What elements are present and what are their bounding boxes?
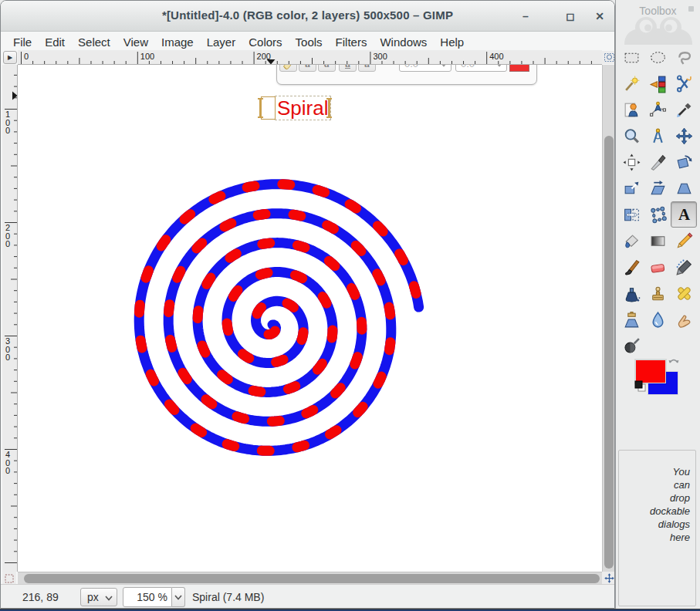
pencil-icon xyxy=(675,231,694,251)
menu-view[interactable]: View xyxy=(117,34,154,50)
text-handle-left[interactable] xyxy=(259,98,262,118)
hruler-label: 0 xyxy=(24,52,29,61)
menu-select[interactable]: Select xyxy=(72,34,117,50)
drop-hint-text: Youcandropdockabledialogshere xyxy=(619,465,695,544)
text-style-strikethrough-button[interactable]: a xyxy=(358,65,376,72)
text-layer-content[interactable]: Spiral xyxy=(277,97,328,119)
close-button[interactable]: ✕ xyxy=(590,6,609,26)
tool-rect-select[interactable] xyxy=(618,44,644,70)
tool-cage-transform[interactable] xyxy=(644,201,671,228)
zoom-follow-window-button[interactable] xyxy=(602,51,615,64)
tool-blur[interactable] xyxy=(644,306,671,333)
tool-eraser[interactable] xyxy=(644,254,671,280)
horizontal-scrollbar[interactable] xyxy=(18,572,602,584)
horizontal-ruler[interactable]: 0100200300400 xyxy=(18,50,602,65)
tool-shear[interactable] xyxy=(644,175,671,201)
tool-scale[interactable] xyxy=(618,175,644,201)
hruler-label: 300 xyxy=(373,52,387,61)
menu-filters[interactable]: Filters xyxy=(330,34,374,50)
vruler-label-digit: 0 xyxy=(5,353,10,362)
color-area xyxy=(616,353,700,400)
text-style-clear-button[interactable] xyxy=(279,65,297,72)
menu-layer[interactable]: Layer xyxy=(201,34,242,50)
tool-align[interactable] xyxy=(618,149,644,175)
minimize-button[interactable]: – xyxy=(516,6,535,26)
fuzzy-select-icon xyxy=(622,74,641,93)
menu-help[interactable]: Help xyxy=(434,34,470,50)
canvas[interactable]: Spiral aaaa0.00.0 xyxy=(18,65,602,572)
vertical-ruler[interactable]: 100200300400 xyxy=(2,65,18,572)
baseline-spinner[interactable]: 0.0 xyxy=(399,65,451,72)
tool-crop[interactable] xyxy=(644,149,671,175)
tool-text[interactable]: A xyxy=(671,201,697,228)
chevron-down-icon xyxy=(105,596,113,601)
tool-move[interactable] xyxy=(671,123,697,149)
horizontal-scrollbar-thumb[interactable] xyxy=(24,574,600,583)
unit-select[interactable]: px xyxy=(80,588,117,606)
tool-rotate[interactable] xyxy=(671,149,697,175)
tool-flip[interactable] xyxy=(618,201,644,228)
tool-free-select[interactable] xyxy=(671,44,697,70)
tool-ellipse-select[interactable] xyxy=(644,44,671,70)
tool-perspective[interactable] xyxy=(671,175,697,201)
toolbox-close-icon[interactable] xyxy=(688,6,694,12)
drop-hint-line: dockable xyxy=(619,505,695,518)
tool-paths[interactable] xyxy=(644,96,671,123)
tool-measure[interactable] xyxy=(644,123,671,149)
zoom-level-input[interactable]: 150 % xyxy=(123,587,172,607)
shear-icon xyxy=(648,179,668,198)
tool-bucket-fill[interactable] xyxy=(618,228,644,254)
free-select-icon xyxy=(675,48,694,67)
text-color-swatch[interactable] xyxy=(509,65,529,72)
kerning-spinner[interactable]: 0.0 xyxy=(455,65,507,72)
text-style-underline-button[interactable]: a xyxy=(339,65,357,72)
swap-colors-icon[interactable] xyxy=(668,356,680,370)
text-style-bold-button[interactable]: a xyxy=(299,65,316,72)
menu-colors[interactable]: Colors xyxy=(242,34,288,50)
gradient-icon xyxy=(648,231,668,251)
maximize-button[interactable]: ◻ xyxy=(561,6,580,26)
titlebar[interactable]: *[Untitled]-4.0 (RGB color, 2 layers) 50… xyxy=(1,1,614,32)
color-picker-icon xyxy=(675,100,694,120)
tool-gradient[interactable] xyxy=(644,228,671,254)
ruler-corner-menu-button[interactable]: ▶ xyxy=(3,51,17,64)
svg-text:A: A xyxy=(678,205,689,224)
default-colors-icon[interactable] xyxy=(634,380,648,397)
eraser-icon xyxy=(648,258,668,277)
tool-airbrush[interactable] xyxy=(671,254,697,280)
vertical-scrollbar[interactable] xyxy=(602,65,615,572)
tool-fuzzy-select[interactable] xyxy=(618,70,644,96)
text-style-italic-button[interactable]: a xyxy=(318,65,336,72)
tool-ink[interactable] xyxy=(618,280,644,306)
menu-windows[interactable]: Windows xyxy=(374,34,433,50)
navigation-button[interactable] xyxy=(602,572,615,585)
tool-pencil[interactable] xyxy=(671,228,697,254)
tool-scissors[interactable] xyxy=(671,70,697,96)
zoom-level-dropdown[interactable] xyxy=(172,587,185,607)
tool-perspective-clone[interactable] xyxy=(618,306,644,333)
tool-foreground-select[interactable] xyxy=(618,96,644,123)
zoom-follow-icon xyxy=(604,52,615,62)
menubar: FileEditSelectViewImageLayerColorsToolsF… xyxy=(1,32,614,52)
quickmask-toggle-button[interactable] xyxy=(2,572,16,585)
tool-paintbrush[interactable] xyxy=(618,254,644,280)
tool-select-by-color[interactable] xyxy=(644,70,671,96)
menu-file[interactable]: File xyxy=(7,34,38,50)
tool-zoom[interactable] xyxy=(618,123,644,149)
tool-heal[interactable] xyxy=(671,280,697,306)
rotate-icon xyxy=(675,153,694,172)
menu-edit[interactable]: Edit xyxy=(39,34,71,50)
vertical-scrollbar-thumb[interactable] xyxy=(604,136,614,569)
heal-icon xyxy=(675,284,694,303)
rect-select-icon xyxy=(622,48,641,67)
dockable-drop-area: Youcandropdockabledialogshere xyxy=(618,450,696,606)
tool-color-picker[interactable] xyxy=(671,96,697,123)
tool-clone[interactable] xyxy=(644,280,671,306)
paths-icon xyxy=(648,100,668,120)
menu-image[interactable]: Image xyxy=(155,34,200,50)
perspective-clone-icon xyxy=(622,310,641,329)
drop-hint-line: dialogs xyxy=(619,518,695,531)
menu-tools[interactable]: Tools xyxy=(289,34,329,50)
tool-smudge[interactable] xyxy=(671,306,697,333)
blur-icon xyxy=(648,310,668,329)
